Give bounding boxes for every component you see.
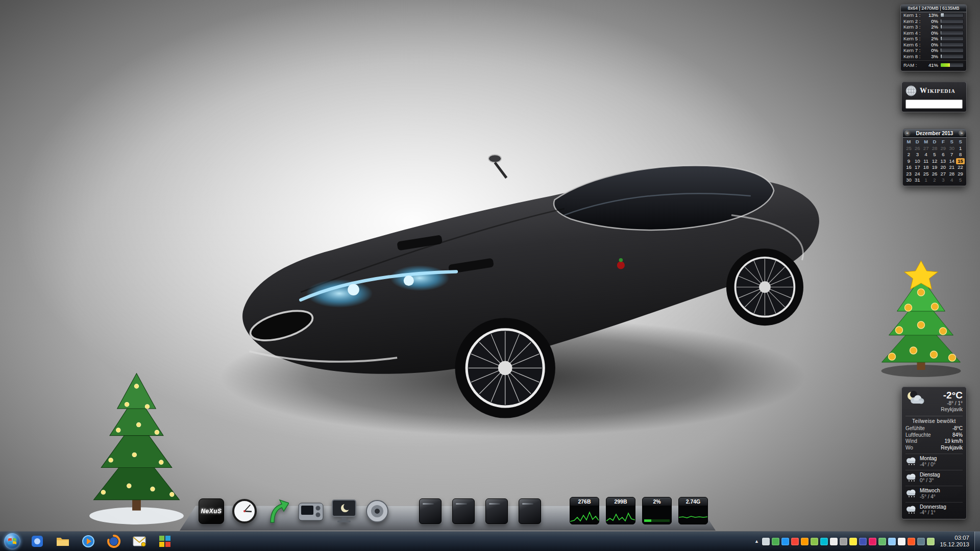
- graph-icon: [643, 506, 671, 524]
- cpu-core-bar: [940, 24, 964, 29]
- calendar-day: 30: [947, 145, 956, 152]
- clock-date: 15.12.2013: [940, 541, 969, 548]
- calendar-prev-button[interactable]: «: [904, 130, 911, 136]
- calendar-day: 26: [930, 171, 939, 178]
- wikipedia-gadget[interactable]: Wikipedia: [901, 82, 967, 112]
- start-button[interactable]: [4, 533, 20, 549]
- tray-icon-5[interactable]: [801, 538, 808, 545]
- calendar-day: 9: [904, 158, 913, 165]
- wikipedia-globe-icon: [905, 85, 917, 96]
- tray-icon-11[interactable]: [859, 538, 867, 545]
- calendar-day: 25: [904, 145, 913, 152]
- snow-cloud-icon: [905, 489, 917, 497]
- tray-icon-14[interactable]: [888, 538, 896, 545]
- calendar-day: 8: [956, 152, 965, 158]
- taskbar-app-mediaplayer[interactable]: [80, 534, 97, 549]
- desktop: 8x64 | 2470MB | 6135MB Kern 1 :13% Kern …: [0, 0, 980, 551]
- taskbar-app-6[interactable]: [156, 534, 174, 549]
- wikipedia-search-input[interactable]: [905, 99, 963, 109]
- calendar-day: 20: [939, 164, 947, 171]
- tray-icon-10[interactable]: [849, 538, 857, 545]
- dock-meter-ram[interactable]: 2.74G: [678, 497, 708, 524]
- taskbar-app-1[interactable]: [29, 534, 46, 549]
- tray-icon-3[interactable]: [781, 538, 789, 545]
- calendar-day: 24: [913, 171, 922, 178]
- tray-icon-2[interactable]: [772, 538, 779, 545]
- media-device-icon: [298, 500, 324, 522]
- weather-gadget[interactable]: -2°C -8° / 1° Reykjavik Teilweise bewölk…: [901, 387, 967, 519]
- dock-clock-button[interactable]: [231, 498, 258, 524]
- dock: NeXuS: [180, 480, 716, 531]
- taskbar-clock[interactable]: 03:07 15.12.2013: [940, 535, 969, 548]
- dock-meter-cpu[interactable]: 2%: [642, 497, 672, 524]
- calendar-day: 23: [904, 171, 913, 178]
- calendar-day: 26: [913, 145, 922, 152]
- tray-icon-7[interactable]: [820, 538, 828, 545]
- tray-icon-4[interactable]: [791, 538, 799, 545]
- tray-icon-15[interactable]: [898, 538, 905, 545]
- calendar-day: 1: [922, 177, 930, 184]
- tray-icon-13[interactable]: [878, 538, 886, 545]
- calendar-day: 29: [939, 145, 947, 152]
- calendar-day: 25: [922, 171, 930, 178]
- weather-detail-row: Gefühlte-8°C: [905, 425, 963, 432]
- dock-drive-4[interactable]: [517, 498, 543, 524]
- calendar-day: 4: [947, 177, 956, 184]
- calendar-day: 2: [930, 177, 939, 184]
- taskbar-app-explorer[interactable]: [54, 534, 71, 549]
- dock-volume-button[interactable]: [364, 498, 390, 524]
- tray-icon-12[interactable]: [869, 538, 876, 545]
- dock-meter-network-down[interactable]: 276B: [570, 497, 599, 524]
- drive-icon: [419, 498, 442, 524]
- taskbar-app-mail[interactable]: [131, 534, 148, 549]
- calendar-day: 16: [904, 164, 913, 171]
- speaker-icon: [365, 499, 389, 523]
- cpu-gadget-title: 8x64 | 2470MB | 6135MB: [901, 5, 966, 12]
- forecast-row: Mittwoch-5° / 4°: [905, 486, 963, 499]
- cpu-core-row: Kern 4 :0%: [901, 30, 966, 36]
- dock-arrow-button[interactable]: [264, 498, 291, 524]
- calendar-day: 18: [922, 164, 930, 171]
- taskbar-app-firefox[interactable]: [105, 534, 122, 549]
- calendar-next-button[interactable]: »: [959, 130, 965, 136]
- dock-drive-2[interactable]: [450, 498, 477, 524]
- media-player-icon: [82, 535, 95, 548]
- cpu-core-row: Kern 1 :13%: [901, 12, 966, 18]
- tray-icon-6[interactable]: [811, 538, 818, 545]
- calendar-day: 13: [939, 158, 947, 165]
- drive-icon: [452, 498, 475, 524]
- tray-icon-8[interactable]: [830, 538, 838, 545]
- calendar-day: 5: [930, 152, 939, 158]
- tray-overflow-button[interactable]: ▲: [753, 538, 760, 545]
- cpu-core-bar: [940, 19, 964, 23]
- calendar-day: 30: [904, 177, 913, 184]
- tray-icon-1[interactable]: [762, 538, 770, 545]
- analog-clock-icon: [232, 499, 257, 523]
- calendar-day: 5: [956, 177, 965, 184]
- tray-icon-9[interactable]: [840, 538, 847, 545]
- calendar-day: 17: [913, 164, 922, 171]
- dock-monitor-button[interactable]: [331, 498, 357, 524]
- snow-cloud-icon: [905, 473, 917, 482]
- dock-meter-network-up[interactable]: 299B: [606, 497, 635, 524]
- forecast-row: Dienstag0° / 3°: [905, 470, 963, 484]
- calendar-day: 4: [922, 152, 930, 158]
- calendar-day: 21: [947, 164, 956, 171]
- calendar-day: 29: [956, 171, 965, 178]
- calendar-day: 14: [947, 158, 956, 165]
- tray-icon-17[interactable]: [917, 538, 925, 545]
- folder-icon: [56, 535, 70, 547]
- green-up-arrow-icon: [266, 499, 289, 523]
- dock-drive-1[interactable]: [417, 498, 444, 524]
- dock-nexus-button[interactable]: NeXuS: [198, 498, 225, 524]
- current-temp: -2°C: [927, 390, 963, 400]
- calendar-day: 2: [904, 152, 913, 158]
- cpu-meter-gadget[interactable]: 8x64 | 2470MB | 6135MB Kern 1 :13% Kern …: [900, 4, 967, 71]
- snow-cloud-icon: [905, 457, 917, 465]
- tray-icon-16[interactable]: [908, 538, 915, 545]
- calendar-gadget[interactable]: « Dezember 2013 » MDMDFSS 2526272829301 …: [902, 129, 967, 186]
- show-desktop-button[interactable]: [974, 532, 980, 551]
- dock-drive-3[interactable]: [483, 498, 510, 524]
- dock-media-device-button[interactable]: [298, 498, 324, 524]
- tray-icon-18[interactable]: [927, 538, 935, 545]
